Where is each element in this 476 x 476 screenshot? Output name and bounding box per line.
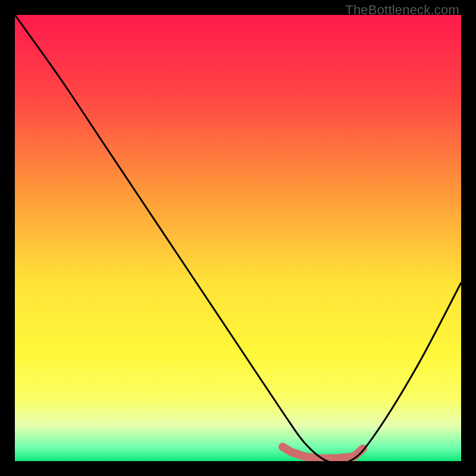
main-curve [15,15,461,461]
watermark-text: TheBottleneck.com [345,2,459,18]
plot-area [15,15,461,461]
curve-layer [15,15,461,461]
marker-band [283,447,363,459]
chart-frame: TheBottleneck.com [0,0,476,476]
